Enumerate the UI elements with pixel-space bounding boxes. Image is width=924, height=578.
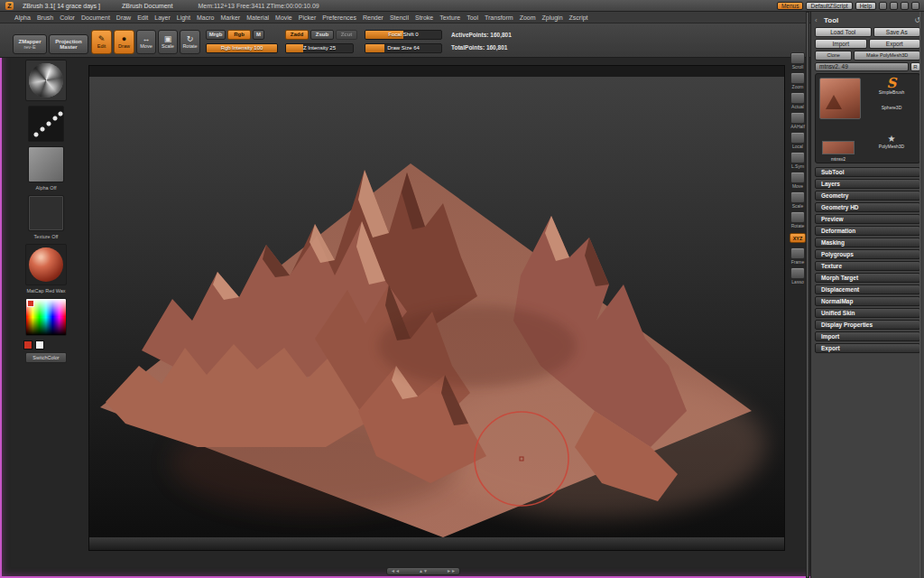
right-shelf-item[interactable]: Scale <box>790 191 805 209</box>
menu-item[interactable]: Texture <box>439 14 460 21</box>
import-button[interactable]: Import <box>815 39 867 49</box>
menu-item[interactable]: Marker <box>220 14 240 21</box>
rotate-mode-button[interactable]: ↻ Rotate <box>180 30 200 54</box>
menu-item[interactable]: Stroke <box>415 14 433 21</box>
tool-section-bar[interactable]: NormalMap <box>815 296 920 306</box>
right-shelf-item[interactable]: Rotate <box>790 211 805 228</box>
zbrush-logo-icon[interactable]: Z <box>5 2 14 10</box>
tool-section-bar[interactable]: SubTool <box>815 167 920 177</box>
color-picker[interactable] <box>25 298 67 336</box>
tool-section-bar[interactable]: Deformation <box>815 226 920 236</box>
zadd-button[interactable]: Zadd <box>285 30 309 40</box>
tool-section-bar[interactable]: Layers <box>815 179 920 189</box>
mrgb-button[interactable]: Mrgb <box>206 30 226 40</box>
alpha-thumbnail[interactable] <box>28 146 64 182</box>
tool-section-bar[interactable]: Polygroups <box>815 249 920 259</box>
help-button[interactable]: Help <box>855 2 876 10</box>
right-shelf-item[interactable]: Actual <box>790 92 805 109</box>
material-thumbnail[interactable] <box>25 244 67 285</box>
export-button[interactable]: Export <box>869 39 921 49</box>
menu-item[interactable]: Color <box>60 14 75 21</box>
zcut-button[interactable]: Zcut <box>336 30 357 40</box>
rgb-intensity-slider[interactable]: Rgb Intensity 100 <box>206 43 278 53</box>
right-shelf-item[interactable]: Zoom <box>790 72 805 89</box>
menu-item[interactable]: Picker <box>299 14 316 21</box>
menu-item[interactable]: Movie <box>275 14 292 21</box>
menu-item[interactable]: Zplugin <box>542 14 563 21</box>
menus-button[interactable]: Menus <box>777 2 804 10</box>
menu-item[interactable]: Zscript <box>569 14 588 21</box>
zsub-button[interactable]: Zsub <box>310 30 334 40</box>
z-intensity-slider[interactable]: Z Intensity 25 <box>285 43 354 53</box>
tool-section-bar[interactable]: Preview <box>815 214 920 224</box>
menu-item[interactable]: Transform <box>485 14 513 21</box>
menu-item[interactable]: Tool <box>467 14 478 21</box>
tool-section-bar[interactable]: Geometry <box>815 191 920 200</box>
right-shelf-item[interactable]: Lasso <box>790 267 805 284</box>
stroke-thumbnail[interactable] <box>28 106 64 142</box>
make-polymesh3d-button[interactable]: Make PolyMesh3D <box>854 51 920 61</box>
menu-item[interactable]: Document <box>81 14 110 21</box>
scroll-left-icon[interactable]: ◄◄ <box>391 569 400 573</box>
current-brush-thumbnail[interactable] <box>25 60 67 101</box>
right-shelf-item[interactable]: Move <box>790 172 805 189</box>
mtnsv2-thumbnail[interactable] <box>822 141 855 154</box>
switch-color-button[interactable]: SwitchColor <box>25 352 67 363</box>
right-shelf-item[interactable]: Frame <box>790 247 805 265</box>
scale-mode-button[interactable]: ▣ Scale <box>158 30 178 54</box>
projection-master-button[interactable]: Projection Master <box>49 34 88 54</box>
tool-section-bar[interactable]: Unified Skin <box>815 308 920 318</box>
save-as-button[interactable]: Save As <box>873 27 920 37</box>
window-option-icon[interactable] <box>890 2 898 10</box>
active-tool-thumbnail[interactable] <box>819 78 861 119</box>
collapse-chevron-icon[interactable]: ‹ <box>815 16 824 24</box>
focal-shift-slider[interactable]: Focal Shift 0 <box>365 30 442 40</box>
right-shelf-item[interactable]: L.Sym <box>790 152 805 169</box>
panel-divider[interactable] <box>806 12 809 578</box>
tool-section-bar[interactable]: Morph Target <box>815 273 920 283</box>
right-shelf-item[interactable]: Local <box>790 132 805 149</box>
menu-item[interactable]: Layer <box>154 14 171 21</box>
tool-section-bar[interactable]: Import <box>815 331 920 341</box>
menu-item[interactable]: Zoom <box>520 14 536 21</box>
main-color-swatch[interactable] <box>23 340 32 350</box>
tool-section-bar[interactable]: Display Properties <box>815 320 920 330</box>
tool-section-bar[interactable]: Texture <box>815 261 920 271</box>
window-option-icon[interactable] <box>901 2 909 10</box>
xyz-axis-button[interactable]: XYZ <box>790 233 806 243</box>
menu-item[interactable]: Edit <box>137 14 148 21</box>
draw-mode-button[interactable]: ● Draw <box>114 30 134 54</box>
menu-item[interactable]: Preferences <box>322 14 356 21</box>
polymesh3d-item[interactable]: ★ PolyMesh3D <box>863 134 920 149</box>
window-option-icon[interactable] <box>911 2 919 10</box>
tool-section-bar[interactable]: Displacement <box>815 284 920 294</box>
menu-item[interactable]: Material <box>246 14 269 21</box>
rgb-button[interactable]: Rgb <box>227 30 251 40</box>
default-zscript-button[interactable]: DefaultZScript <box>806 2 852 10</box>
tool-section-bar[interactable]: Export <box>815 343 920 353</box>
menu-item[interactable]: Alpha <box>14 14 31 21</box>
move-mode-button[interactable]: ↔ Move <box>136 30 156 54</box>
scroll-mid-icon[interactable]: ▲▼ <box>419 569 428 573</box>
menu-item[interactable]: Render <box>363 14 383 21</box>
texture-thumbnail[interactable] <box>28 195 64 231</box>
sphere3d-item[interactable]: Sphere3D <box>863 105 920 110</box>
draw-size-slider[interactable]: Draw Size 64 <box>365 43 442 53</box>
right-shelf-item[interactable]: AAHalf <box>790 112 805 129</box>
scroll-right-icon[interactable]: ►► <box>447 569 456 573</box>
m-button[interactable]: M <box>253 30 264 40</box>
secondary-color-swatch[interactable] <box>35 340 44 350</box>
load-tool-button[interactable]: Load Tool <box>815 27 872 37</box>
tool-name-field[interactable]: mtnsv2. 49 <box>815 62 909 71</box>
menu-item[interactable]: Macro <box>197 14 214 21</box>
menu-item[interactable]: Stencil <box>390 14 409 21</box>
edit-mode-button[interactable]: ✎ Edit <box>91 30 112 54</box>
window-option-icon[interactable] <box>879 2 887 10</box>
tool-section-bar[interactable]: Geometry HD <box>815 202 920 212</box>
zmapper-button[interactable]: ZMapper rev-E <box>13 34 47 54</box>
right-shelf-item[interactable]: Scroll <box>790 52 805 70</box>
simplebrush-item[interactable]: S SimpleBrush <box>863 77 920 95</box>
tool-section-bar[interactable]: Masking <box>815 238 920 247</box>
menu-item[interactable]: Draw <box>116 14 131 21</box>
document-canvas[interactable] <box>88 65 785 551</box>
